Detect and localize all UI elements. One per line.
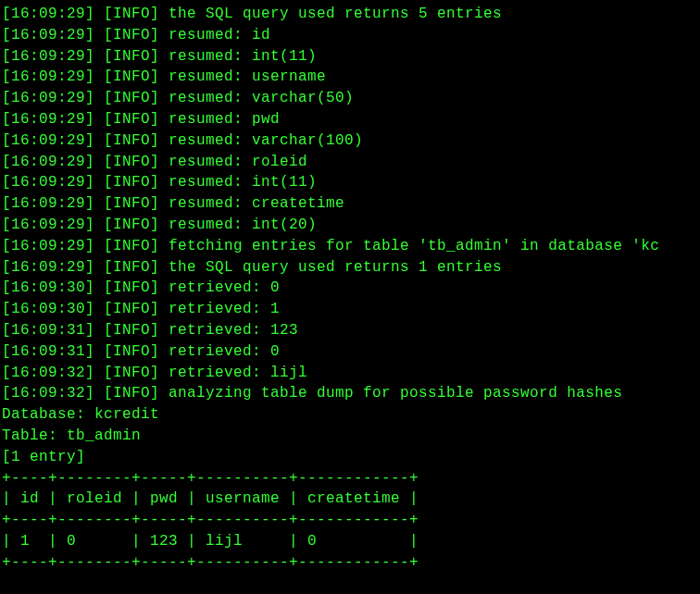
ascii-table-separator: +----+--------+-----+----------+--------… — [2, 510, 698, 531]
log-level: [INFO] — [104, 154, 159, 170]
log-message: retrieved: 0 — [169, 343, 280, 360]
log-message: fetching entries for table 'tb_admin' in… — [169, 238, 659, 254]
log-message: resumed: varchar(100) — [169, 132, 363, 149]
log-message: resumed: roleid — [169, 154, 307, 170]
log-line: [16:09:29] [INFO] resumed: username — [2, 67, 698, 88]
log-level: [INFO] — [104, 385, 159, 402]
log-level: [INFO] — [104, 279, 159, 296]
log-timestamp: [16:09:29] — [2, 154, 94, 170]
log-line: [16:09:29] [INFO] the SQL query used ret… — [2, 257, 698, 278]
log-message: resumed: int(11) — [169, 174, 317, 191]
log-level: [INFO] — [104, 48, 159, 65]
log-line: [16:09:31] [INFO] retrieved: 123 — [2, 320, 698, 341]
log-message: resumed: username — [169, 68, 326, 85]
log-line: [16:09:29] [INFO] resumed: int(20) — [2, 215, 698, 236]
log-timestamp: [16:09:29] — [2, 6, 94, 22]
ascii-table-row: | 1 | 0 | 123 | lijl | 0 | — [2, 531, 698, 552]
log-timestamp: [16:09:31] — [2, 343, 94, 360]
log-level: [INFO] — [104, 195, 159, 212]
log-level: [INFO] — [104, 132, 159, 149]
log-line: [16:09:29] [INFO] the SQL query used ret… — [2, 4, 698, 25]
entry-count-line: [1 entry] — [2, 447, 698, 468]
ascii-table-separator: +----+--------+-----+----------+--------… — [2, 552, 698, 574]
table-line: Table: tb_admin — [2, 426, 698, 447]
log-level: [INFO] — [104, 27, 159, 43]
log-message: resumed: int(11) — [169, 48, 317, 65]
log-line: [16:09:32] [INFO] retrieved: lijl — [2, 363, 698, 384]
log-line: [16:09:31] [INFO] retrieved: 0 — [2, 341, 698, 363]
log-level: [INFO] — [104, 90, 159, 106]
log-timestamp: [16:09:29] — [2, 238, 94, 254]
log-timestamp: [16:09:29] — [2, 259, 94, 276]
log-timestamp: [16:09:32] — [2, 365, 94, 381]
log-level: [INFO] — [104, 68, 159, 85]
log-message: retrieved: 0 — [169, 279, 280, 296]
log-level: [INFO] — [104, 322, 159, 339]
log-message: retrieved: lijl — [169, 365, 307, 381]
log-line: [16:09:29] [INFO] resumed: varchar(50) — [2, 88, 698, 109]
log-timestamp: [16:09:29] — [2, 174, 94, 191]
log-level: [INFO] — [104, 111, 159, 128]
log-message: resumed: pwd — [169, 111, 280, 128]
log-line: [16:09:32] [INFO] analyzing table dump f… — [2, 383, 698, 404]
log-line: [16:09:29] [INFO] resumed: int(11) — [2, 46, 698, 68]
log-line: [16:09:30] [INFO] retrieved: 1 — [2, 299, 698, 320]
database-line: Database: kcredit — [2, 404, 698, 426]
log-timestamp: [16:09:29] — [2, 68, 94, 85]
log-line: [16:09:30] [INFO] retrieved: 0 — [2, 278, 698, 299]
log-level: [INFO] — [104, 174, 159, 191]
log-level: [INFO] — [104, 343, 159, 360]
log-line: [16:09:29] [INFO] resumed: pwd — [2, 109, 698, 130]
log-line: [16:09:29] [INFO] resumed: id — [2, 25, 698, 46]
log-line: [16:09:29] [INFO] resumed: int(11) — [2, 172, 698, 193]
ascii-table-separator: +----+--------+-----+----------+--------… — [2, 468, 698, 489]
log-level: [INFO] — [104, 301, 159, 317]
log-timestamp: [16:09:32] — [2, 385, 94, 402]
log-message: retrieved: 123 — [169, 322, 298, 339]
log-timestamp: [16:09:31] — [2, 322, 94, 339]
log-timestamp: [16:09:30] — [2, 301, 94, 317]
log-message: the SQL query used returns 5 entries — [169, 6, 502, 22]
terminal-output: [16:09:29] [INFO] the SQL query used ret… — [0, 0, 700, 577]
log-timestamp: [16:09:29] — [2, 217, 94, 233]
log-timestamp: [16:09:29] — [2, 132, 94, 149]
log-message: resumed: createtime — [169, 195, 344, 212]
log-message: resumed: id — [169, 27, 270, 43]
log-timestamp: [16:09:29] — [2, 111, 94, 128]
log-timestamp: [16:09:29] — [2, 48, 94, 65]
log-message: retrieved: 1 — [169, 301, 280, 317]
log-timestamp: [16:09:30] — [2, 279, 94, 296]
log-message: resumed: int(20) — [169, 217, 317, 233]
log-level: [INFO] — [104, 217, 159, 233]
log-line: [16:09:29] [INFO] resumed: roleid — [2, 152, 698, 173]
log-message: resumed: varchar(50) — [169, 90, 354, 106]
log-timestamp: [16:09:29] — [2, 195, 94, 212]
log-level: [INFO] — [104, 238, 159, 254]
log-level: [INFO] — [104, 259, 159, 276]
log-level: [INFO] — [104, 6, 159, 22]
log-message: the SQL query used returns 1 entries — [169, 259, 502, 276]
log-message: analyzing table dump for possible passwo… — [169, 385, 622, 402]
ascii-table-header: | id | roleid | pwd | username | createt… — [2, 489, 698, 510]
log-level: [INFO] — [104, 365, 159, 381]
log-timestamp: [16:09:29] — [2, 27, 94, 43]
log-line: [16:09:29] [INFO] fetching entries for t… — [2, 236, 698, 257]
log-line: [16:09:29] [INFO] resumed: varchar(100) — [2, 130, 698, 152]
log-timestamp: [16:09:29] — [2, 90, 94, 106]
log-line: [16:09:29] [INFO] resumed: createtime — [2, 193, 698, 215]
